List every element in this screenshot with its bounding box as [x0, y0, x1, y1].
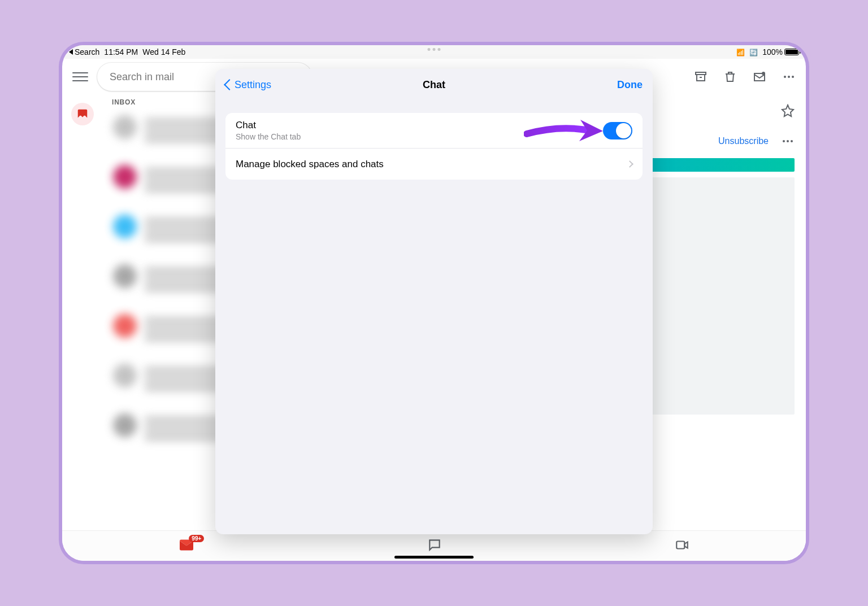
settings-group: Chat Show the Chat tab Manage blocked sp…	[225, 113, 643, 180]
star-icon[interactable]	[781, 104, 795, 117]
chat-toggle-row: Chat Show the Chat tab	[225, 113, 643, 148]
manage-blocked-row[interactable]: Manage blocked spaces and chats	[225, 148, 643, 180]
status-date: Wed 14 Feb	[142, 47, 185, 56]
battery-indicator: 100%	[762, 47, 799, 56]
chat-toggle[interactable]	[603, 122, 632, 139]
svg-point-2	[762, 72, 765, 75]
wifi-icon	[736, 47, 745, 56]
svg-point-8	[791, 140, 793, 142]
back-button[interactable]: Settings	[225, 79, 271, 91]
svg-point-3	[784, 76, 786, 78]
message-more-icon[interactable]	[781, 134, 795, 148]
more-icon[interactable]	[782, 70, 796, 84]
status-time: 11:54 PM	[104, 47, 138, 56]
unsubscribe-link[interactable]: Unsubscribe	[718, 136, 769, 146]
chevron-left-icon	[224, 79, 235, 90]
chat-tab[interactable]	[427, 538, 442, 555]
orientation-lock-icon	[749, 47, 758, 56]
svg-point-6	[783, 140, 785, 142]
meet-tab[interactable]	[674, 538, 690, 555]
svg-point-4	[788, 76, 790, 78]
ipad-frame: Search 11:54 PM Wed 14 Feb 100% Search i…	[62, 45, 806, 561]
archive-icon[interactable]	[694, 70, 708, 84]
settings-modal: Settings Chat Done Chat Show the Chat ta…	[215, 69, 653, 534]
inbox-nav-icon[interactable]	[71, 103, 94, 125]
drag-handle-dots	[428, 48, 441, 51]
modal-title: Chat	[215, 79, 653, 91]
mark-unread-icon[interactable]	[753, 70, 766, 84]
menu-button[interactable]	[72, 72, 88, 81]
row-title: Manage blocked spaces and chats	[236, 159, 627, 170]
svg-rect-0	[696, 72, 706, 75]
done-button[interactable]: Done	[617, 79, 643, 91]
chevron-right-icon	[626, 160, 633, 168]
row-subtitle: Show the Chat tab	[236, 132, 603, 141]
home-indicator[interactable]	[394, 556, 474, 559]
delete-icon[interactable]	[723, 70, 737, 84]
status-bar: Search 11:54 PM Wed 14 Feb 100%	[62, 45, 806, 59]
back-to-app[interactable]: Search	[69, 47, 99, 56]
mail-badge: 99+	[189, 535, 204, 542]
svg-point-5	[792, 76, 794, 78]
mail-tab[interactable]: 99+	[178, 538, 195, 554]
row-title: Chat	[236, 120, 603, 131]
svg-point-7	[787, 140, 789, 142]
svg-rect-9	[676, 541, 684, 548]
